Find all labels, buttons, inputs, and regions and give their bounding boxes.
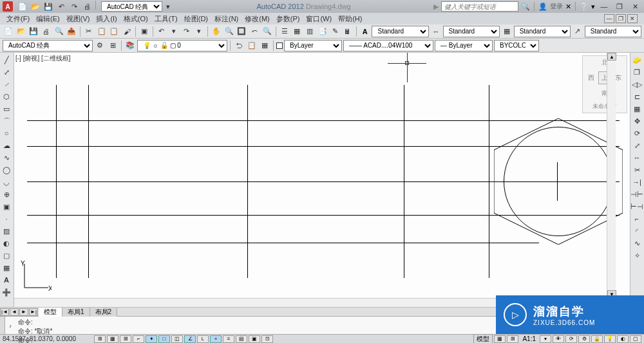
annoautoscale-icon[interactable]: ⟳ [565,335,577,343]
toolbar-lock-icon[interactable]: 🔒 [591,335,603,343]
zoom-realtime-icon[interactable]: 🔍 [223,26,235,37]
infer-icon[interactable]: ⊞ [94,335,106,343]
tab-next-icon[interactable]: ► [19,308,28,316]
region-icon[interactable]: ▢ [1,250,12,261]
stretch-icon[interactable]: ↔ [631,152,643,163]
layer-previous-icon[interactable]: ⮌ [233,40,245,51]
login-link[interactable]: 登录 [550,2,563,11]
gradient-icon[interactable]: ◐ [1,237,12,249]
line-icon[interactable]: ╱ [1,54,12,66]
properties-icon[interactable]: ☰ [279,26,290,37]
mirror-icon[interactable]: ◁▷ [631,79,643,90]
move-icon[interactable]: ✥ [631,115,643,127]
new-icon[interactable]: 📄 [17,1,28,12]
offset-icon[interactable]: ⊏ [631,91,643,102]
viewcube-west[interactable]: 西 [588,73,594,82]
menu-tools[interactable]: 工具(T) [155,14,178,24]
modelspace-label[interactable]: 模型 [473,334,493,344]
undo-icon[interactable]: ↶ [55,1,67,12]
ellipse-icon[interactable]: ◯ [1,164,12,176]
chevron-down-icon[interactable]: ▾ [162,1,174,12]
dim-style-icon[interactable]: ↔ [430,26,442,37]
paste-icon[interactable]: 📋 [108,26,120,37]
save-icon[interactable]: 💾 [43,1,54,12]
tab-prev-icon[interactable]: ◄ [10,308,19,316]
doc-close-icon[interactable]: ✕ [627,14,638,23]
color-swatch[interactable] [276,42,283,49]
copy-obj-icon[interactable]: ❐ [631,66,643,78]
menu-help[interactable]: 帮助(H) [338,14,362,24]
redo-icon[interactable]: ↷ [68,1,80,12]
hardware-accel-icon[interactable]: 💡 [604,335,616,343]
workspace-settings-icon[interactable]: ⊞ [107,40,118,51]
coordinates-readout[interactable]: 84.1597, 81.0370, 0.0000 [3,335,93,342]
lwt-icon[interactable]: ≡ [223,335,234,343]
menu-modify[interactable]: 修改(M) [245,14,270,24]
tab-layout1[interactable]: 布局1 [62,308,90,317]
menu-format[interactable]: 格式(O) [124,14,148,24]
grid-icon[interactable]: ⊞ [120,335,131,343]
rotate-icon[interactable]: ⟳ [631,127,643,139]
search-input[interactable] [441,1,518,12]
trim-icon[interactable]: ✂ [631,164,643,176]
hatch-icon[interactable]: ▨ [1,225,12,237]
isolate-icon[interactable]: ◐ [617,335,629,343]
annovisibility-icon[interactable]: 👁 [553,335,564,343]
linetype-dropdown[interactable]: —— ACAD....04W100 [343,40,433,51]
user-icon[interactable]: 👤 [538,3,547,11]
extend-icon[interactable]: →| [631,176,643,188]
color-dropdown[interactable]: ByLayer [284,40,342,51]
layer-iso-icon[interactable]: ▦ [259,40,270,51]
makeblock-icon[interactable]: ▣ [1,201,12,212]
menu-draw[interactable]: 绘图(D) [184,14,208,24]
autocad-logo-icon[interactable]: A [3,1,13,12]
cmdline-history-icon[interactable]: › [5,317,15,334]
lineweight-dropdown[interactable]: — ByLayer [435,40,493,51]
tab-layout2[interactable]: 布局2 [90,308,118,317]
sheetset-icon[interactable]: 📑 [317,26,328,37]
drawing-canvas[interactable]: X Y 北 西 上 东 南 未命名 ▽ [14,53,630,298]
menu-edit[interactable]: 编辑(E) [36,14,60,24]
dyn-icon[interactable]: + [210,335,222,343]
dimstyle-dropdown[interactable]: Standard [443,26,500,37]
join-icon[interactable]: ⊢⊣ [631,201,643,212]
open-icon[interactable]: 📂 [15,26,27,37]
save-icon[interactable]: 💾 [28,26,39,37]
addselected-icon[interactable]: ➕ [1,286,12,298]
layer-properties-icon[interactable]: 📚 [124,40,136,51]
tab-first-icon[interactable]: |◄ [0,308,9,316]
sc-icon[interactable]: ⊡ [261,335,273,343]
chevron-down-icon[interactable]: ▾ [194,26,205,37]
table-style-icon[interactable]: ▦ [501,26,513,37]
print-icon[interactable]: 🖨 [81,1,93,12]
workspace-switch-icon[interactable]: ⚙ [578,335,590,343]
chevron-right-icon[interactable]: ▶ [433,3,439,11]
mtext-icon[interactable]: A [1,274,12,286]
chevron-down-icon[interactable]: ▾ [591,3,595,11]
point-icon[interactable]: · [1,213,12,225]
tablestyle-dropdown[interactable]: Standard [514,26,571,37]
pan-icon[interactable]: ✋ [211,26,222,37]
restore-window-icon[interactable]: ❐ [613,1,626,12]
help-icon[interactable]: ❔ [580,3,589,11]
annoscale-label[interactable]: A1:1 [520,335,538,342]
textstyle-dropdown[interactable]: Standard [372,26,428,37]
arc-icon[interactable]: ⌒ [1,115,12,127]
ducs-icon[interactable]: L [197,335,209,343]
layer-state-icon[interactable]: 📋 [246,40,258,51]
xline-icon[interactable]: ⤢ [1,66,12,78]
blend-icon[interactable]: ∿ [631,237,643,249]
insertblock-icon[interactable]: ⊕ [1,189,12,200]
circle-icon[interactable]: ○ [1,127,12,139]
tab-model[interactable]: 模型 [39,308,62,317]
rectangle-icon[interactable]: ▭ [1,103,12,115]
fillet-icon[interactable]: ◜ [631,225,643,237]
matchprop-icon[interactable]: 🖌 [121,26,133,37]
grip-icon[interactable] [0,317,5,334]
tpy-icon[interactable]: ▤ [236,335,247,343]
cut-icon[interactable]: ✂ [83,26,95,37]
text-style-icon[interactable]: A [359,26,371,37]
viewport-label[interactable]: [-] [俯视] [二维线框] [15,54,71,63]
array-icon[interactable]: ▦ [631,103,643,115]
search-icon[interactable]: 🔍 [521,3,530,11]
